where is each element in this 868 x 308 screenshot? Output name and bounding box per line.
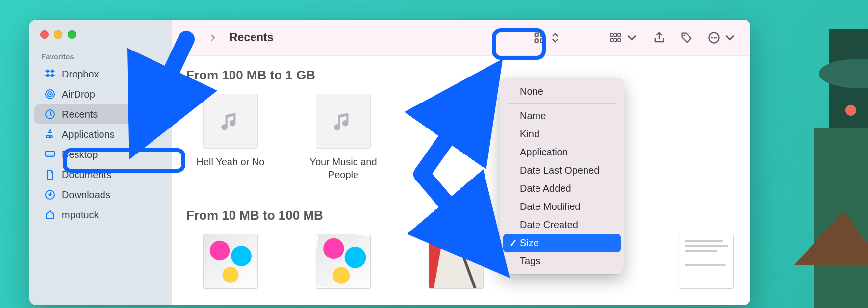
- minimize-window-button[interactable]: [54, 30, 62, 39]
- sidebar-item-desktop[interactable]: Desktop: [34, 145, 167, 164]
- wallpaper-illustration: [755, 0, 868, 308]
- sidebar: Favorites Dropbox AirDrop Recents Applic…: [29, 20, 172, 305]
- file-name: Your Music and People: [299, 155, 387, 181]
- menu-item-date-added[interactable]: Date Added: [503, 180, 621, 198]
- file-name: Hell Yeah or No: [197, 155, 265, 168]
- apps-icon: [44, 128, 56, 140]
- sidebar-item-label: Downloads: [62, 189, 110, 201]
- back-button[interactable]: [179, 28, 199, 48]
- menu-item-name[interactable]: Name: [503, 107, 621, 125]
- group-by-menu: None Name Kind Application Date Last Ope…: [500, 78, 624, 274]
- share-icon: [652, 31, 666, 45]
- file-item[interactable]: [186, 234, 275, 289]
- svg-rect-16: [614, 34, 617, 36]
- svg-rect-9: [46, 154, 54, 156]
- group-title: From 10 MB to 100 MB: [186, 208, 323, 223]
- sidebar-item-home[interactable]: mpotuck: [34, 205, 167, 225]
- action-menu-button[interactable]: [702, 27, 741, 49]
- file-item[interactable]: [412, 234, 500, 289]
- close-window-button[interactable]: [40, 30, 49, 39]
- group-by-button[interactable]: [604, 27, 643, 49]
- file-item[interactable]: Hell Yeah or No: [186, 94, 275, 181]
- group-icon: [609, 31, 623, 45]
- sidebar-item-airdrop[interactable]: AirDrop: [34, 84, 167, 104]
- svg-point-2: [819, 59, 868, 88]
- svg-point-25: [715, 37, 717, 38]
- sidebar-item-label: mpotuck: [62, 209, 99, 221]
- svg-rect-12: [540, 33, 544, 36]
- up-down-chevrons-icon: [548, 31, 562, 45]
- music-note-icon: [218, 109, 243, 133]
- sidebar-item-label: Desktop: [62, 149, 98, 160]
- svg-rect-0: [829, 29, 868, 308]
- audio-thumbnail: [203, 94, 258, 149]
- menu-item-tags[interactable]: Tags: [503, 252, 621, 270]
- file-item[interactable]: Your Music and People: [299, 94, 387, 181]
- svg-rect-11: [535, 33, 538, 36]
- toolbar: Recents: [172, 20, 750, 56]
- menu-item-size[interactable]: Size: [503, 234, 621, 252]
- menu-item-kind[interactable]: Kind: [503, 125, 621, 143]
- sidebar-item-label: AirDrop: [62, 89, 95, 100]
- svg-point-6: [49, 93, 51, 95]
- sidebar-item-label: Applications: [62, 129, 115, 140]
- svg-rect-15: [610, 34, 613, 36]
- tags-button[interactable]: [675, 27, 698, 49]
- chevron-left-icon: [185, 33, 194, 42]
- content-area[interactable]: From 100 MB to 1 GB Hell Yeah or No Your…: [172, 56, 750, 305]
- music-note-icon: [331, 109, 356, 133]
- group-items-row: Hell Yeah or No Your Music and People: [172, 89, 750, 196]
- download-icon: [44, 189, 56, 201]
- svg-rect-13: [535, 39, 538, 42]
- sidebar-item-applications[interactable]: Applications: [34, 125, 167, 144]
- sidebar-item-documents[interactable]: Documents: [34, 165, 167, 184]
- menu-item-date-modified[interactable]: Date Modified: [503, 198, 621, 216]
- svg-rect-19: [614, 39, 617, 41]
- ellipsis-circle-icon: [707, 31, 721, 45]
- document-icon: [44, 169, 56, 180]
- menu-item-application[interactable]: Application: [503, 143, 621, 161]
- svg-rect-1: [814, 128, 868, 308]
- image-thumbnail: [429, 234, 484, 289]
- location-title: Recents: [230, 31, 273, 44]
- finder-window: Favorites Dropbox AirDrop Recents Applic…: [29, 20, 750, 305]
- dropbox-icon: [44, 68, 56, 80]
- chevron-down-icon: [723, 31, 737, 45]
- audio-thumbnail: [316, 94, 371, 149]
- sidebar-item-dropbox[interactable]: Dropbox: [34, 64, 167, 84]
- desktop-icon: [44, 149, 56, 160]
- forward-button[interactable]: [203, 28, 223, 48]
- menu-item-date-last-opened[interactable]: Date Last Opened: [503, 161, 621, 180]
- main-pane: Recents: [172, 20, 750, 305]
- view-mode-button[interactable]: [528, 27, 567, 49]
- file-item[interactable]: [299, 234, 387, 289]
- zoom-window-button[interactable]: [68, 30, 76, 39]
- sidebar-section-label: Favorites: [29, 52, 172, 64]
- chevron-down-icon: [625, 31, 638, 45]
- menu-separator: [508, 103, 616, 104]
- svg-point-24: [713, 37, 715, 38]
- sidebar-item-downloads[interactable]: Downloads: [34, 185, 167, 205]
- share-button[interactable]: [647, 27, 671, 49]
- sidebar-item-label: Dropbox: [62, 69, 99, 80]
- group-title: From 100 MB to 1 GB: [186, 68, 315, 83]
- tag-icon: [680, 31, 693, 45]
- svg-rect-14: [540, 39, 544, 42]
- airdrop-icon: [44, 88, 56, 100]
- svg-rect-20: [618, 39, 621, 41]
- group-header: From 10 MB to 100 MB Show All (22): [172, 196, 750, 229]
- window-controls: [29, 28, 172, 52]
- image-thumbnail: [203, 234, 258, 289]
- document-thumbnail: [679, 234, 734, 289]
- menu-item-none[interactable]: None: [503, 82, 621, 101]
- menu-item-date-created[interactable]: Date Created: [503, 216, 621, 234]
- svg-rect-18: [610, 39, 613, 41]
- clock-icon: [44, 108, 56, 120]
- chevron-right-icon: [208, 33, 217, 42]
- sidebar-item-recents[interactable]: Recents: [34, 104, 167, 124]
- file-item[interactable]: [662, 234, 750, 289]
- group-header: From 100 MB to 1 GB: [172, 56, 750, 89]
- home-icon: [44, 209, 56, 221]
- image-thumbnail: [316, 234, 371, 289]
- sidebar-item-label: Documents: [62, 169, 111, 180]
